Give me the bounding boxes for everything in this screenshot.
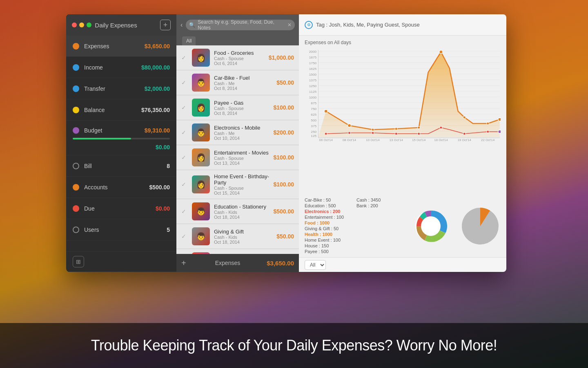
search-placeholder: Search by e.g. Spouse, Food, Due, Notes — [198, 19, 285, 31]
svg-text:125: 125 — [311, 134, 316, 138]
middle-footer: + Expenses $3,650.00 — [176, 254, 299, 272]
expense-sub: Cash - Kids — [214, 210, 269, 215]
svg-text:22 Oct'14: 22 Oct'14 — [481, 138, 495, 142]
svg-text:625: 625 — [311, 113, 316, 117]
expense-info: Home Event - Birthday-Party Cash - Spous… — [214, 173, 269, 195]
income-dot — [73, 64, 79, 71]
avatar-image: 👩 — [192, 99, 210, 117]
expense-item[interactable]: ✓ 👩 Home Event - Birthday-Party Cash - S… — [176, 170, 299, 199]
check-mark: ✓ — [181, 154, 186, 161]
add-button[interactable]: + — [160, 20, 171, 30]
data-col-left: Car-Bike : 50 Education : 500 Electronic… — [305, 197, 348, 255]
avatar-image: 👨 — [192, 74, 210, 92]
svg-text:1750: 1750 — [309, 61, 317, 65]
expense-amount: $100.00 — [273, 154, 294, 161]
legend-cash: Cash : 3450 — [356, 197, 400, 202]
svg-text:375: 375 — [311, 124, 316, 128]
svg-text:10 Oct'14: 10 Oct'14 — [366, 138, 380, 142]
svg-text:15 Oct'14: 15 Oct'14 — [412, 138, 426, 142]
svg-text:250: 250 — [311, 130, 316, 134]
svg-point-53 — [418, 132, 420, 135]
expense-name: Education - Stationery — [214, 204, 269, 210]
svg-point-57 — [498, 130, 501, 133]
sidebar-item-bill[interactable]: Bill 8 — [66, 155, 176, 177]
sidebar-item-income[interactable]: Income $80,000.00 — [66, 57, 176, 78]
search-clear-icon[interactable]: ✕ — [287, 22, 292, 28]
expense-name: Home Event - Birthday-Party — [214, 173, 269, 186]
dropdown-bar: All — [299, 257, 506, 272]
expense-item[interactable]: ✓ 👨 Car-Bike - Fuel Cash - Me Oct 8, 201… — [176, 70, 299, 95]
svg-point-43 — [395, 128, 397, 130]
budget-bar-fill — [73, 138, 131, 139]
svg-text:1000: 1000 — [309, 96, 317, 99]
svg-point-48 — [498, 118, 501, 121]
svg-point-46 — [463, 116, 466, 119]
svg-point-56 — [487, 130, 489, 133]
expense-item[interactable]: ✓ 👦 Giving & Gift Cash - Kids Oct 18, 20… — [176, 224, 299, 249]
minimize-button[interactable] — [79, 22, 84, 27]
expense-amount: $1,000.00 — [269, 54, 294, 61]
tool-icon-item[interactable]: ⊞ — [66, 251, 176, 272]
accounts-dot — [73, 184, 79, 191]
legend-payee: Payee : 500 — [305, 249, 348, 254]
donut-chart — [408, 204, 453, 249]
bill-count: 8 — [167, 163, 170, 169]
sidebar-header: Daily Expenses + — [66, 14, 176, 36]
expense-item[interactable]: ✓ 👩 Health - Medical Cash - Spouse Oct 1… — [176, 249, 299, 254]
expense-item[interactable]: ✓ 👨 Electronics - Mobile Cash - Me Oct 1… — [176, 120, 299, 145]
sidebar-item-users[interactable]: Users 5 — [66, 219, 176, 240]
expense-item[interactable]: ✓ 👦 Education - Stationery Cash - Kids O… — [176, 199, 299, 224]
expense-item[interactable]: ✓ 👩 Payee - Gas Cash - Spouse Oct 8, 201… — [176, 95, 299, 120]
data-section: Car-Bike : 50 Education : 500 Electronic… — [299, 195, 506, 257]
expense-name: Giving & Gift — [214, 229, 272, 235]
sidebar-item-transfer[interactable]: Transfer $2,000.00 — [66, 78, 176, 99]
expense-date: Oct 6, 2014 — [214, 61, 265, 66]
balance-value: $76,350.00 — [141, 107, 170, 113]
due-dot — [73, 205, 79, 212]
line-chart: 2000 1875 1750 1625 1500 1375 1250 1125 … — [305, 48, 501, 146]
expense-date: Oct 18, 2014 — [214, 240, 272, 245]
search-bar[interactable]: 🔍 Search by e.g. Spouse, Food, Due, Note… — [186, 20, 295, 30]
budget-sub-value: $0.00 — [156, 144, 170, 150]
settings-icon: ⊞ — [73, 256, 84, 267]
sidebar: Daily Expenses + Expenses $3,650.00 Inco… — [66, 14, 176, 272]
expense-sub: Cash - Spouse — [214, 156, 269, 161]
legend-bank: Bank : 200 — [356, 203, 400, 208]
footer-add-icon[interactable]: + — [181, 258, 186, 268]
expense-item[interactable]: ✓ 👩 Food - Groceries Cash - Spouse Oct 6… — [176, 45, 299, 70]
sidebar-item-due[interactable]: Due $0.00 — [66, 198, 176, 219]
legend-homeevent: Home Event : 100 — [305, 238, 348, 242]
footer-total: $3,650.00 — [267, 260, 294, 267]
expense-info: Car-Bike - Fuel Cash - Me Oct 8, 2014 — [214, 75, 272, 91]
svg-text:08 Oct'14: 08 Oct'14 — [343, 138, 356, 142]
svg-text:06 Oct'14: 06 Oct'14 — [319, 138, 333, 142]
expenses-dot — [73, 43, 79, 49]
filter-dropdown[interactable]: All — [305, 260, 326, 270]
tag-text: Tag : Josh, Kids, Me, Paying Guest, Spou… — [316, 22, 420, 28]
expense-item[interactable]: ✓ 👩 Entertainment - Movies Cash - Spouse… — [176, 145, 299, 170]
sidebar-item-balance[interactable]: Balance $76,350.00 — [66, 99, 176, 121]
close-button[interactable] — [72, 22, 77, 27]
svg-text:750: 750 — [311, 107, 316, 111]
svg-point-44 — [418, 126, 420, 129]
svg-text:500: 500 — [311, 119, 316, 122]
expense-avatar: 👦 — [192, 202, 210, 220]
svg-text:19 Oct'14: 19 Oct'14 — [458, 138, 472, 142]
app-window: Daily Expenses + Expenses $3,650.00 Inco… — [66, 14, 506, 272]
due-label: Due — [84, 205, 156, 212]
tab-all[interactable]: All — [182, 36, 196, 45]
check-mark: ✓ — [181, 233, 186, 240]
svg-text:875: 875 — [311, 101, 316, 105]
nav-back-arrow[interactable]: ‹ — [180, 21, 183, 29]
svg-point-45 — [439, 50, 443, 54]
transfer-value: $2,000.00 — [145, 85, 170, 92]
sidebar-item-accounts[interactable]: Accounts $500.00 — [66, 177, 176, 198]
svg-point-49 — [325, 132, 327, 135]
maximize-button[interactable] — [87, 22, 91, 27]
avatar-image: 👩 — [192, 49, 210, 67]
sidebar-bottom: ⊞ — [66, 251, 176, 272]
sidebar-item-expenses[interactable]: Expenses $3,650.00 — [66, 36, 176, 57]
legend-carbike: Car-Bike : 50 — [305, 197, 348, 202]
expense-info: Giving & Gift Cash - Kids Oct 18, 2014 — [214, 229, 272, 245]
svg-point-50 — [348, 132, 350, 134]
